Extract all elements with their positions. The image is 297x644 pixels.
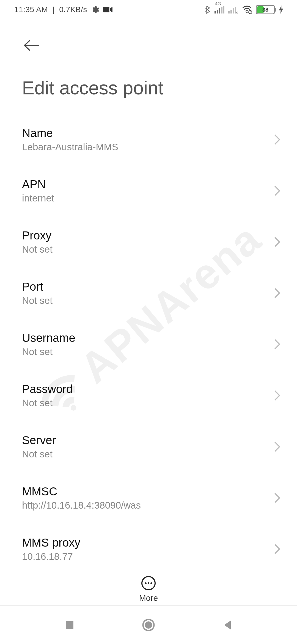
chevron-right-icon: [274, 339, 280, 350]
charging-icon: [279, 6, 283, 14]
more-circle-icon: [141, 576, 156, 591]
more-bar: More: [0, 576, 297, 603]
setting-row-server[interactable]: Server Not set: [22, 422, 280, 473]
setting-text: MMSC http://10.16.18.4:38090/was: [22, 485, 141, 511]
svg-rect-7: [228, 11, 230, 13]
setting-row-mmsc[interactable]: MMSC http://10.16.18.4:38090/was: [22, 473, 280, 525]
signal-bars-1-icon: [215, 6, 224, 13]
chevron-right-icon: [274, 288, 280, 299]
net-badge: 4G: [215, 1, 221, 6]
nav-home-button[interactable]: [140, 617, 157, 633]
setting-row-username[interactable]: Username Not set: [22, 320, 280, 371]
setting-label: APN: [22, 178, 54, 191]
gear-icon: [91, 6, 99, 14]
svg-rect-10: [235, 7, 236, 13]
setting-row-name[interactable]: Name Lebara-Australia-MMS: [22, 115, 280, 166]
setting-row-apn[interactable]: APN internet: [22, 166, 280, 217]
svg-point-15: [145, 582, 147, 584]
svg-point-17: [150, 582, 152, 584]
setting-label: Password: [22, 383, 73, 396]
status-left: 11:35 AM | 0.7KB/s: [14, 5, 112, 14]
header: [0, 19, 297, 55]
battery-indicator: 38: [256, 5, 275, 14]
nav-back-button[interactable]: [219, 617, 236, 633]
chevron-right-icon: [274, 236, 280, 247]
setting-label: Server: [22, 434, 56, 447]
back-button[interactable]: [22, 36, 41, 55]
svg-rect-5: [221, 7, 222, 13]
status-time: 11:35 AM | 0.7KB/s: [14, 5, 87, 14]
arrow-left-icon: [23, 40, 40, 51]
setting-label: Name: [22, 127, 118, 140]
svg-rect-9: [233, 8, 234, 13]
page-title: Edit access point: [0, 55, 297, 115]
setting-value: 10.16.18.77: [22, 551, 80, 562]
svg-rect-8: [230, 10, 232, 13]
setting-text: APN internet: [22, 178, 54, 204]
setting-value: internet: [22, 193, 54, 204]
setting-row-mms-proxy[interactable]: MMS proxy 10.16.18.77: [22, 525, 280, 576]
chevron-right-icon: [274, 492, 280, 503]
setting-value: http://10.16.18.4:38090/was: [22, 500, 141, 511]
setting-text: MMS proxy 10.16.18.77: [22, 536, 80, 562]
nav-recents-button[interactable]: [61, 617, 78, 633]
wifi-status-icon: [242, 6, 252, 14]
svg-point-20: [145, 621, 152, 629]
triangle-left-icon: [222, 620, 232, 631]
svg-rect-18: [66, 621, 73, 629]
setting-value: Not set: [22, 244, 53, 255]
setting-value: Not set: [22, 346, 75, 357]
chevron-right-icon: [274, 134, 280, 145]
status-right: 4G 38: [204, 5, 283, 14]
signal-1: 4G: [215, 6, 224, 13]
setting-label: MMS proxy: [22, 536, 80, 549]
system-nav-bar: [0, 605, 297, 644]
status-bar: 11:35 AM | 0.7KB/s 4G: [0, 0, 297, 19]
signal-bars-2-icon: [228, 6, 238, 13]
setting-text: Server Not set: [22, 434, 56, 460]
svg-rect-1: [103, 7, 109, 12]
setting-row-port[interactable]: Port Not set: [22, 269, 280, 320]
chevron-right-icon: [274, 441, 280, 452]
setting-text: Port Not set: [22, 280, 53, 306]
setting-value: Not set: [22, 397, 73, 408]
setting-text: Password Not set: [22, 383, 73, 408]
chevron-right-icon: [274, 390, 280, 401]
status-speed-text: 0.7KB/s: [59, 5, 87, 14]
svg-rect-6: [223, 6, 224, 13]
svg-point-11: [246, 12, 248, 13]
svg-rect-4: [219, 8, 220, 13]
setting-row-proxy[interactable]: Proxy Not set: [22, 217, 280, 269]
svg-rect-3: [217, 10, 218, 13]
setting-value: Lebara-Australia-MMS: [22, 141, 118, 152]
svg-point-12: [249, 10, 252, 14]
setting-text: Username Not set: [22, 331, 75, 357]
setting-text: Proxy Not set: [22, 229, 53, 255]
setting-label: Username: [22, 331, 75, 345]
circle-icon: [142, 619, 155, 631]
setting-row-password[interactable]: Password Not set: [22, 371, 280, 422]
setting-label: MMSC: [22, 485, 141, 498]
setting-value: Not set: [22, 449, 56, 460]
setting-label: Port: [22, 280, 53, 293]
chevron-right-icon: [274, 544, 280, 555]
setting-value: Not set: [22, 295, 53, 306]
camera-icon: [103, 6, 112, 13]
more-label: More: [139, 593, 158, 603]
bluetooth-icon: [204, 6, 211, 14]
svg-point-16: [148, 582, 149, 584]
svg-rect-2: [215, 11, 216, 13]
battery-percent: 38: [262, 7, 268, 13]
setting-text: Name Lebara-Australia-MMS: [22, 127, 118, 152]
more-button[interactable]: More: [139, 576, 158, 603]
chevron-right-icon: [274, 185, 280, 196]
status-time-text: 11:35 AM: [14, 5, 48, 14]
settings-list: Name Lebara-Australia-MMS APN internet P…: [0, 115, 297, 576]
square-icon: [65, 620, 75, 630]
setting-label: Proxy: [22, 229, 53, 242]
